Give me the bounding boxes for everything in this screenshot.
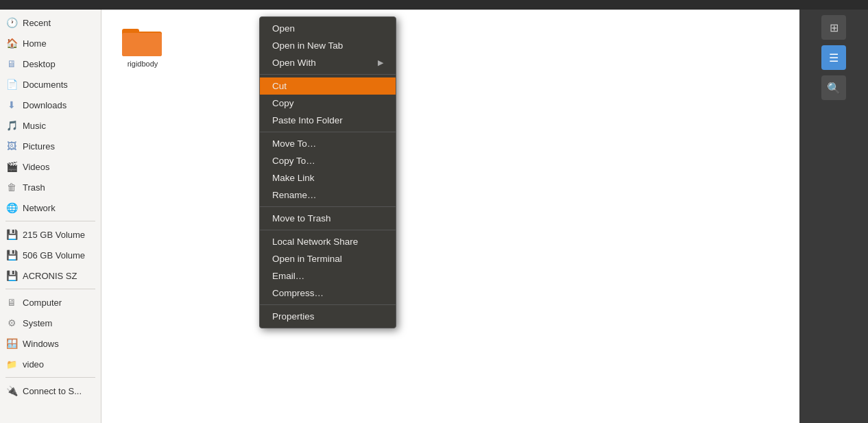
- music-icon: 🎵: [5, 119, 18, 132]
- main-area: 🕐 Recent 🏠 Home 🖥 Desktop 📄 Documents ⬇ …: [0, 10, 868, 423]
- sidebar-item-desktop[interactable]: 🖥 Desktop: [0, 53, 101, 74]
- sidebar-sep-3: [5, 377, 95, 378]
- zoom-button[interactable]: 🔍: [821, 75, 846, 100]
- context-menu: Open Open in New Tab Open With ▶ Cut Cop…: [259, 16, 396, 328]
- sidebar-item-acronis[interactable]: 💾 ACRONIS SZ: [0, 265, 101, 286]
- context-menu-move-to-trash[interactable]: Move to Trash: [260, 210, 396, 227]
- submenu-arrow: ▶: [378, 58, 383, 67]
- context-menu-properties[interactable]: Properties: [260, 308, 396, 325]
- downloads-icon: ⬇: [5, 99, 18, 111]
- drive-215-icon: 💾: [5, 228, 18, 241]
- drive-506-icon: 💾: [5, 249, 18, 261]
- context-menu-move-to[interactable]: Move To…: [260, 135, 396, 152]
- pictures-icon: 🖼: [5, 140, 18, 152]
- sidebar-item-trash[interactable]: 🗑 Trash: [0, 177, 101, 197]
- sidebar-label-videos: Videos: [23, 162, 50, 172]
- sidebar-label-desktop: Desktop: [23, 59, 56, 69]
- menu-sep-3: [260, 206, 396, 207]
- video-folder-icon: 📁: [5, 358, 18, 370]
- sidebar-label-computer: Computer: [23, 298, 62, 308]
- sidebar-label-system: System: [23, 318, 52, 328]
- sidebar-label-pictures: Pictures: [23, 141, 55, 152]
- sidebar-item-connect[interactable]: 🔌 Connect to S...: [0, 380, 101, 401]
- context-menu-local-network-share[interactable]: Local Network Share: [260, 233, 396, 250]
- menu-sep-5: [260, 304, 396, 305]
- context-menu-open-in-terminal[interactable]: Open in Terminal: [260, 250, 396, 267]
- context-menu-compress[interactable]: Compress…: [260, 285, 396, 302]
- recent-icon: 🕐: [5, 16, 18, 29]
- sidebar-label-recent: Recent: [23, 18, 51, 28]
- system-icon: ⚙: [5, 317, 18, 329]
- sidebar-item-downloads[interactable]: ⬇ Downloads: [0, 95, 101, 115]
- svg-rect-2: [122, 33, 162, 56]
- sidebar-item-music[interactable]: 🎵 Music: [0, 115, 101, 136]
- sidebar-item-videos[interactable]: 🎬 Videos: [0, 156, 101, 177]
- sidebar-label-215gb: 215 GB Volume: [23, 230, 85, 240]
- network-icon: 🌐: [5, 202, 18, 214]
- context-menu-open-new-tab[interactable]: Open in New Tab: [260, 37, 396, 54]
- titlebar: [0, 0, 868, 10]
- sidebar: 🕐 Recent 🏠 Home 🖥 Desktop 📄 Documents ⬇ …: [0, 10, 101, 423]
- sidebar-label-trash: Trash: [23, 182, 45, 193]
- sidebar-label-network: Network: [23, 203, 56, 213]
- drive-acronis-icon: 💾: [5, 269, 18, 282]
- sidebar-label-video: video: [23, 359, 44, 370]
- videos-icon: 🎬: [5, 160, 18, 173]
- sidebar-sep-2: [5, 289, 95, 289]
- windows-icon: 🪟: [5, 337, 18, 350]
- context-menu-copy-to[interactable]: Copy To…: [260, 152, 396, 169]
- sidebar-item-video[interactable]: 📁 video: [0, 354, 101, 374]
- sidebar-label-downloads: Downloads: [23, 100, 67, 110]
- sidebar-item-506gb[interactable]: 💾 506 GB Volume: [0, 245, 101, 265]
- sidebar-label-windows: Windows: [23, 339, 59, 349]
- trash-icon: 🗑: [5, 181, 18, 193]
- context-menu-open-with[interactable]: Open With ▶: [260, 54, 396, 71]
- sidebar-item-windows[interactable]: 🪟 Windows: [0, 333, 101, 354]
- sidebar-item-home[interactable]: 🏠 Home: [0, 33, 101, 53]
- connect-icon: 🔌: [5, 385, 18, 397]
- icon-view-button[interactable]: ⊞: [821, 15, 846, 40]
- context-menu-cut[interactable]: Cut: [260, 77, 396, 95]
- context-menu-rename[interactable]: Rename…: [260, 186, 396, 204]
- sidebar-label-documents: Documents: [23, 80, 68, 90]
- sidebar-label-connect: Connect to S...: [23, 386, 82, 396]
- folder-item[interactable]: rigidbody: [115, 23, 170, 69]
- home-icon: 🏠: [5, 37, 18, 49]
- sidebar-label-music: Music: [23, 121, 46, 131]
- sidebar-item-pictures[interactable]: 🖼 Pictures: [0, 136, 101, 156]
- sidebar-item-computer[interactable]: 🖥 Computer: [0, 292, 101, 313]
- context-menu-open[interactable]: Open: [260, 20, 396, 37]
- sidebar-item-network[interactable]: 🌐 Network: [0, 197, 101, 218]
- sidebar-item-system[interactable]: ⚙ System: [0, 313, 101, 333]
- folder-label: rigidbody: [125, 59, 160, 69]
- menu-sep-2: [260, 132, 396, 132]
- menu-sep-4: [260, 230, 396, 230]
- sidebar-item-documents[interactable]: 📄 Documents: [0, 74, 101, 95]
- sidebar-sep-1: [5, 221, 95, 221]
- sidebar-label-acronis: ACRONIS SZ: [23, 271, 77, 281]
- context-menu-paste-into-folder[interactable]: Paste Into Folder: [260, 112, 396, 129]
- documents-icon: 📄: [5, 78, 18, 90]
- context-menu-copy[interactable]: Copy: [260, 95, 396, 112]
- context-menu-make-link[interactable]: Make Link: [260, 169, 396, 186]
- sidebar-item-215gb[interactable]: 💾 215 GB Volume: [0, 224, 101, 245]
- context-menu-email[interactable]: Email…: [260, 267, 396, 285]
- content-area: rigidbody Open Open in New Tab Open With…: [101, 10, 799, 423]
- list-view-button[interactable]: ☰: [821, 45, 846, 70]
- desktop-icon: 🖥: [5, 58, 18, 70]
- folder-icon: [122, 23, 163, 58]
- sidebar-item-recent[interactable]: 🕐 Recent: [0, 12, 101, 33]
- sidebar-label-506gb: 506 GB Volume: [23, 250, 85, 261]
- right-panel: ⊞ ☰ 🔍: [799, 10, 868, 423]
- menu-sep-1: [260, 74, 396, 75]
- computer-icon: 🖥: [5, 296, 18, 309]
- sidebar-label-home: Home: [23, 38, 47, 49]
